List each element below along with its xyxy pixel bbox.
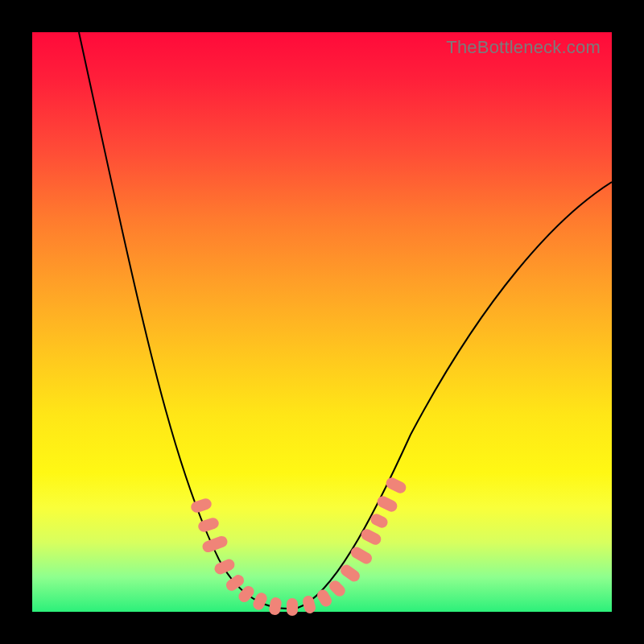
curve-marker xyxy=(268,597,283,616)
bottleneck-curve xyxy=(79,32,612,609)
curve-marker xyxy=(287,598,298,616)
plot-area: TheBottleneck.com xyxy=(32,32,612,612)
curve-layer xyxy=(32,32,612,612)
chart-frame: TheBottleneck.com xyxy=(0,0,644,644)
